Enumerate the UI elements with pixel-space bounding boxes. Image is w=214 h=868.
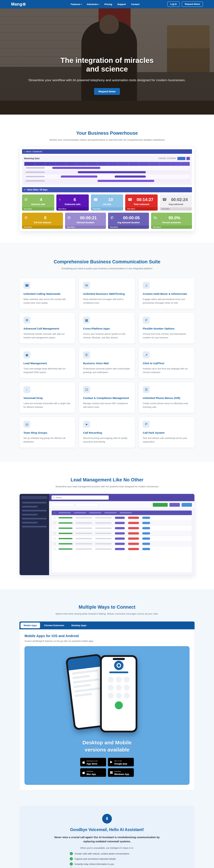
logo[interactable]: Mang	[11, 2, 26, 7]
connect-subtitle: Spend more time closing deals instead of…	[0, 612, 214, 616]
lead-title: Lead Management Like No Other	[0, 477, 214, 483]
view-more-link[interactable]: View More ›	[125, 207, 157, 211]
row-checkbox[interactable]	[54, 517, 56, 519]
header-actions: Log In Request Demo	[167, 2, 203, 7]
action-chip[interactable]	[142, 522, 150, 524]
table-header-row	[52, 510, 192, 515]
action-chip[interactable]	[142, 532, 150, 534]
tab-mobile-apps[interactable]: Mobile Apps	[21, 623, 40, 628]
nav-item-features[interactable]: Features ▾	[71, 3, 82, 5]
crm-nav-item[interactable]	[22, 510, 47, 512]
metric-label: Inbound calls	[22, 203, 54, 207]
crm-nav-item[interactable]	[22, 506, 38, 507]
date-chip	[128, 532, 139, 534]
metric-cards-row-2: ✆ 0 Toll free inbound View More › ✆ 00:0…	[22, 213, 192, 229]
metric-label: Avg inbound duration	[108, 221, 149, 225]
voicemail-icon: ✆	[83, 351, 90, 358]
table-row[interactable]	[52, 515, 192, 520]
action-chip[interactable]	[142, 543, 150, 545]
metric-card-all-calls: ☎ 10 All calls View More ›	[91, 194, 123, 211]
request-demo-button[interactable]: Request Demo	[182, 2, 203, 7]
phone-mockup-front	[100, 655, 137, 733]
refresh-button[interactable]	[182, 503, 192, 507]
crm-nav-item[interactable]	[22, 502, 47, 503]
tab-chrome-extension[interactable]: Chrome Extension	[41, 623, 67, 628]
action-chip[interactable]	[142, 517, 150, 519]
date-chip	[128, 527, 139, 529]
export-button[interactable]	[170, 503, 180, 507]
table-row[interactable]	[52, 526, 192, 531]
app-store-badge[interactable]: Download on the App Store	[80, 758, 106, 767]
view-more-link[interactable]: View More ›	[65, 225, 106, 229]
view-more-link[interactable]: View More ›	[151, 225, 192, 229]
action-chip[interactable]	[142, 537, 150, 540]
view-more-link[interactable]: View More ›	[91, 207, 123, 211]
check-icon: ✓	[70, 863, 73, 866]
crm-nav-item[interactable]	[22, 522, 38, 523]
view-more-link[interactable]: View More ›	[160, 207, 192, 211]
crm-nav-item[interactable]	[22, 526, 47, 527]
filter-dropdown[interactable]	[76, 503, 98, 507]
login-button[interactable]: Log In	[167, 2, 180, 7]
breadcrumb[interactable]: Home › Dashboard	[26, 151, 42, 153]
app-logo	[114, 661, 123, 670]
metric-value: 0	[30, 215, 61, 220]
feature-card-ring-groups: ◎ Team Ring Groups Set up unlimited ring…	[20, 417, 75, 448]
date-chip	[128, 543, 139, 545]
chevron-right-icon: ›	[61, 226, 61, 228]
search-input[interactable]	[56, 496, 107, 499]
timeline-row	[24, 179, 190, 183]
nav-item-industries[interactable]: Industries ▾	[87, 3, 99, 5]
action-chip[interactable]	[142, 548, 150, 550]
metric-value: 00:00:21	[73, 215, 104, 220]
hero-title: The integration of miracles and science	[0, 56, 214, 73]
crm-nav-item[interactable]	[22, 518, 47, 519]
table-row[interactable]	[52, 541, 192, 546]
metric-value: 10	[100, 197, 121, 202]
table-row[interactable]	[52, 546, 192, 552]
nav-item-support[interactable]: Support	[117, 3, 126, 5]
mac-app-badge[interactable]: Download Mac App	[80, 768, 106, 777]
metric-value: 6	[63, 197, 86, 202]
crm-nav-item[interactable]	[22, 514, 38, 516]
date-apply-button[interactable]	[177, 157, 185, 160]
nav-item-contact[interactable]: Contact	[131, 3, 139, 5]
leads-table	[51, 510, 192, 573]
table-row[interactable]	[52, 520, 192, 526]
phone-icon: ☎	[24, 282, 30, 289]
menu-icon: ☰	[143, 386, 150, 393]
mobile-apps-banner: Desktop and Mobile versions available Do…	[25, 646, 189, 785]
devices-icon: ▦	[83, 317, 90, 323]
row-checkbox[interactable]	[54, 538, 56, 539]
tab-desktop-apps[interactable]: Desktop Apps	[68, 623, 90, 628]
action-chip[interactable]	[142, 527, 150, 529]
filter-dropdown[interactable]	[51, 503, 74, 507]
row-checkbox[interactable]	[54, 548, 56, 550]
table-row[interactable]	[52, 536, 192, 541]
view-more-link[interactable]: View More ›	[108, 225, 149, 229]
new-meeting-button[interactable]	[153, 503, 168, 507]
menu-icon[interactable]: ≡	[24, 189, 25, 191]
windows-app-badge[interactable]: Download Windows App	[108, 768, 134, 777]
view-more-link[interactable]: View More ›	[22, 207, 54, 211]
row-checkbox[interactable]	[54, 543, 56, 545]
row-checkbox[interactable]	[54, 522, 56, 524]
metric-value: 00:14:27	[135, 197, 155, 202]
view-more-link[interactable]: View More ›	[22, 225, 63, 229]
select-all-checkbox[interactable]	[54, 512, 56, 514]
nav-item-pricing[interactable]: Pricing	[104, 3, 112, 5]
row-checkbox[interactable]	[54, 532, 56, 534]
timeline-bar	[98, 180, 154, 182]
view-more-link[interactable]: View More ›	[57, 207, 88, 211]
feature-card-call-park: P Call Park System Park and retrieve cal…	[139, 417, 194, 448]
date-range-label: 1/16/2025, 2:23:08 AM	[158, 157, 176, 159]
crm-search[interactable]	[51, 495, 109, 500]
google-play-badge[interactable]: GET IT ON Google play	[108, 758, 134, 767]
chevron-right-icon: ›	[190, 208, 190, 210]
table-row[interactable]	[52, 531, 192, 536]
timeline-row	[24, 166, 190, 170]
settings-button[interactable]	[186, 157, 190, 160]
powerhouse-title: Your Business Powerhouse	[0, 130, 214, 136]
hero-request-demo-button[interactable]: Request Demo	[94, 88, 120, 95]
row-checkbox[interactable]	[54, 527, 56, 529]
